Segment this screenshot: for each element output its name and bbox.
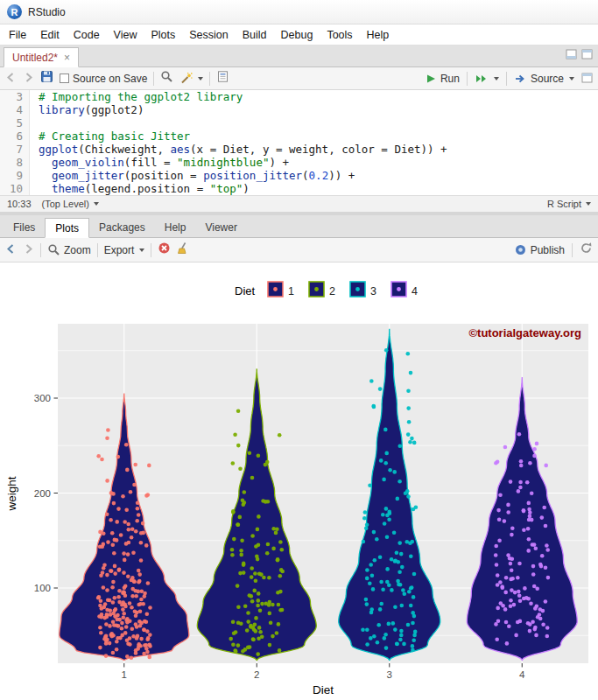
tab-packages[interactable]: Packages [89, 218, 155, 237]
code-editor[interactable]: 3# Importing the ggplot2 library4library… [0, 90, 598, 195]
export-button[interactable]: Export [104, 244, 145, 256]
source-on-save-toggle[interactable]: Source on Save [60, 73, 147, 85]
save-icon[interactable] [40, 70, 53, 87]
source-button[interactable]: Source [514, 73, 574, 85]
code-line[interactable]: 5 [0, 116, 598, 130]
menu-plots[interactable]: Plots [144, 26, 182, 44]
code-line[interactable]: 6# Creating basic Jitter [0, 130, 598, 143]
line-number: 7 [0, 143, 30, 156]
svg-text:4: 4 [412, 285, 418, 298]
tab-help[interactable]: Help [155, 218, 196, 237]
title-bar: R RStudio [0, 0, 598, 24]
tab-plots[interactable]: Plots [45, 218, 89, 238]
svg-text:Diet: Diet [235, 284, 256, 298]
line-number: 4 [0, 103, 30, 116]
menu-session[interactable]: Session [182, 26, 235, 44]
editor-status-bar: 10:33 (Top Level) R Script [0, 195, 598, 212]
publish-label: Publish [531, 244, 565, 256]
line-number: 9 [0, 169, 30, 182]
source-on-save-checkbox[interactable] [60, 74, 69, 83]
menu-file[interactable]: File [2, 26, 33, 44]
menu-bar: FileEditCodeViewPlotsSessionBuildDebugTo… [0, 24, 598, 46]
chevron-down-icon [94, 202, 99, 206]
remove-plot-icon[interactable] [158, 242, 171, 258]
code-text: library(ggplot2) [30, 103, 144, 116]
svg-text:2: 2 [329, 285, 335, 298]
plot-svg: 1002003001234DietweightDiet1234©tutorial… [0, 262, 598, 700]
chevron-down-icon [139, 248, 144, 252]
menu-build[interactable]: Build [236, 26, 274, 44]
plot-forward-icon[interactable] [23, 242, 34, 258]
source-on-save-label: Source on Save [73, 73, 147, 85]
svg-text:3: 3 [370, 285, 376, 298]
tab-close-icon[interactable]: × [64, 52, 70, 63]
bottom-tab-bar: FilesPlotsPackagesHelpViewer [0, 215, 598, 238]
plots-toolbar: Zoom Export Publish [0, 238, 598, 262]
line-number: 8 [0, 156, 30, 169]
zoom-label: Zoom [64, 244, 91, 256]
zoom-button[interactable]: Zoom [47, 243, 91, 256]
file-type-label: R Script [547, 199, 581, 209]
code-line[interactable]: 10 theme(legend.position = "top") [0, 182, 598, 195]
menu-debug[interactable]: Debug [274, 26, 320, 44]
svg-text:2: 2 [254, 669, 259, 680]
chevron-down-icon [494, 77, 499, 80]
code-line[interactable]: 3# Importing the ggplot2 library [0, 90, 598, 103]
nav-forward-icon[interactable] [23, 71, 34, 87]
tab-files[interactable]: Files [4, 218, 45, 237]
line-number: 6 [0, 130, 30, 143]
svg-text:4: 4 [519, 669, 525, 680]
chevron-down-icon [586, 202, 591, 206]
code-text: # Creating basic Jitter [30, 130, 190, 143]
run-button[interactable]: Run [425, 73, 460, 85]
compile-report-icon[interactable] [216, 70, 229, 87]
pane-maximize-button[interactable] [581, 47, 593, 63]
export-label: Export [104, 244, 135, 256]
svg-text:1: 1 [288, 285, 294, 298]
line-number: 3 [0, 90, 30, 103]
plot-display-area: 1002003001234DietweightDiet1234©tutorial… [0, 262, 598, 700]
cursor-position: 10:33 [7, 199, 32, 209]
source-tab-untitled2[interactable]: Untitled2* × [4, 47, 79, 67]
svg-text:1: 1 [122, 669, 127, 680]
scope-selector[interactable]: (Top Level) [42, 199, 99, 209]
code-text: ggplot(Chickweight, aes(x = Diet, y = we… [30, 143, 447, 156]
svg-text:weight: weight [5, 476, 18, 511]
chevron-down-icon [569, 77, 574, 80]
refresh-icon[interactable] [580, 242, 593, 258]
menu-view[interactable]: View [107, 26, 144, 44]
file-type-selector[interactable]: R Script [547, 199, 591, 209]
nav-back-icon[interactable] [5, 71, 17, 87]
menu-edit[interactable]: Edit [33, 26, 67, 44]
run-label: Run [440, 73, 460, 85]
svg-text:200: 200 [34, 488, 51, 499]
chevron-down-icon [198, 77, 203, 80]
publish-button[interactable]: Publish [514, 243, 565, 256]
code-line[interactable]: 4library(ggplot2) [0, 103, 598, 116]
find-icon[interactable] [160, 70, 173, 87]
code-text: geom_violin(fill = "midnightblue") + [30, 156, 289, 169]
editor-maximize-icon[interactable] [581, 71, 593, 87]
pane-minimize-button[interactable] [566, 47, 577, 63]
clear-plots-broom-icon[interactable] [177, 242, 190, 258]
code-text: theme(legend.position = "top") [30, 182, 250, 195]
code-line[interactable]: 7ggplot(Chickweight, aes(x = Diet, y = w… [0, 143, 598, 156]
source-tab-label: Untitled2* [12, 52, 58, 64]
code-tools-button[interactable] [179, 72, 203, 85]
rstudio-logo-icon: R [7, 4, 22, 19]
code-text: # Importing the ggplot2 library [30, 90, 243, 103]
rerun-button[interactable] [475, 73, 499, 85]
line-number: 10 [0, 182, 30, 195]
tab-viewer[interactable]: Viewer [195, 218, 246, 237]
code-line[interactable]: 9 geom_jitter(position = position_jitter… [0, 169, 598, 182]
menu-tools[interactable]: Tools [320, 26, 359, 44]
line-number: 5 [0, 116, 30, 130]
code-text: geom_jitter(position = position_jitter(0… [30, 169, 355, 182]
menu-help[interactable]: Help [360, 26, 397, 44]
plot-back-icon[interactable] [5, 242, 17, 258]
menu-code[interactable]: Code [67, 26, 107, 44]
code-text [30, 116, 46, 130]
code-line[interactable]: 8 geom_violin(fill = "midnightblue") + [0, 156, 598, 169]
svg-text:100: 100 [34, 583, 51, 593]
svg-text:3: 3 [387, 669, 392, 680]
